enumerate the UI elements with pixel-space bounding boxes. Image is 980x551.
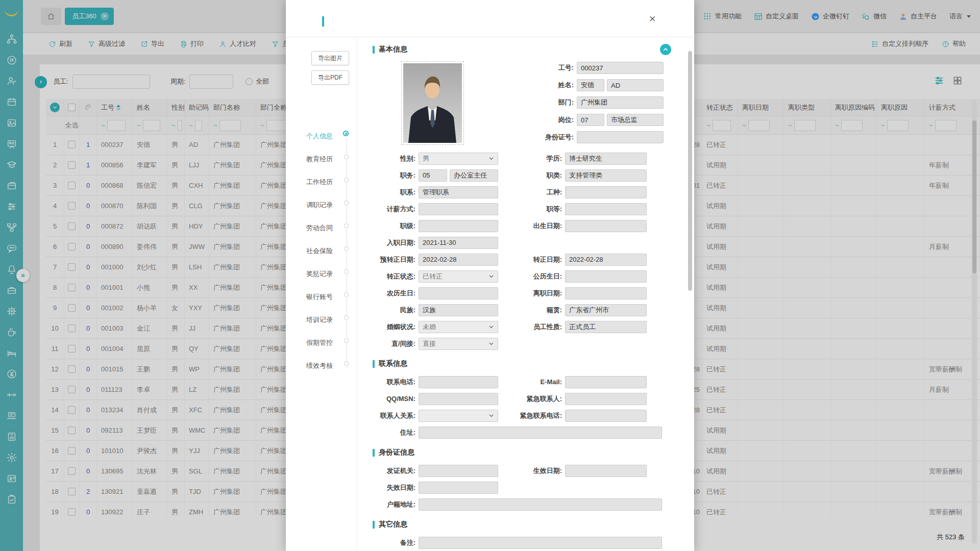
modal-nav-label: 个人信息	[306, 132, 333, 141]
form-row: 部门:广州集团	[482, 94, 664, 111]
field-input[interactable]	[419, 537, 662, 549]
field-label: 失效日期:	[373, 483, 419, 492]
field-input-pair: 安德AD	[577, 79, 664, 91]
section-marker	[373, 46, 375, 54]
nav-dot-icon	[344, 361, 349, 366]
modal-nav-调职记录[interactable]: 调职记录	[286, 197, 357, 220]
modal-nav-奖惩记录[interactable]: 奖惩记录	[286, 266, 357, 289]
field-label: 职系:	[373, 188, 419, 197]
field-input[interactable]	[565, 376, 647, 388]
modal-nav-社会保险[interactable]: 社会保险	[286, 243, 357, 266]
field-input[interactable]	[565, 270, 647, 283]
field-input[interactable]: 管理职系	[419, 186, 498, 198]
form-row: 工号:000237	[482, 59, 664, 77]
modal-nav-label: 绩效考核	[306, 361, 333, 370]
modal-nav-培训记录[interactable]: 培训记录	[286, 312, 357, 335]
field-input[interactable]: 博士研究生	[565, 153, 647, 165]
field-label: 生效日期:	[498, 466, 565, 475]
modal-nav-绩效考核[interactable]: 绩效考核	[286, 358, 357, 381]
modal-nav-假期管控[interactable]: 假期管控	[286, 335, 357, 358]
field-label: 转正日期:	[498, 255, 565, 264]
field-input[interactable]	[565, 393, 647, 405]
field-input[interactable]	[419, 393, 498, 405]
field-input[interactable]: 07	[577, 114, 604, 126]
field-select[interactable]: 未婚	[419, 321, 498, 333]
field-input[interactable]	[419, 465, 498, 477]
field-input[interactable]: 汉族	[419, 304, 498, 316]
field-input[interactable]	[565, 203, 647, 215]
form-row: 婚姻状况:未婚员工性质:正式员工	[373, 318, 671, 335]
field-input[interactable]	[419, 203, 498, 215]
field-input[interactable]: 广东省广州市	[565, 304, 647, 316]
field-input[interactable]	[565, 220, 647, 232]
field-input[interactable]	[565, 465, 647, 477]
field-input[interactable]: 2022-02-28	[419, 254, 498, 266]
modal-nav-劳动合同[interactable]: 劳动合同	[286, 220, 357, 243]
chevron-down-icon	[488, 324, 494, 330]
field-input[interactable]	[419, 427, 662, 439]
field-label: 直/间接:	[373, 339, 419, 348]
field-input[interactable]: 市场总监	[607, 114, 664, 126]
modal-nav-个人信息[interactable]: 个人信息	[286, 128, 357, 151]
modal-scrollbar-thumb[interactable]	[688, 51, 692, 291]
field-label: 计薪方式:	[373, 205, 419, 214]
field-input[interactable]: 安德	[577, 79, 604, 91]
field-label: 婚姻状况:	[373, 322, 419, 332]
section-basic-title: 基本信息	[379, 45, 407, 54]
collapse-section-button[interactable]	[660, 44, 671, 55]
field-input[interactable]: 000237	[577, 62, 664, 74]
field-input[interactable]	[565, 410, 647, 422]
modal-close-icon[interactable]: ✕	[646, 13, 658, 26]
field-label: 学历:	[498, 154, 565, 163]
field-input[interactable]	[419, 287, 498, 299]
field-input[interactable]	[577, 131, 664, 143]
field-input[interactable]	[565, 287, 647, 299]
modal-nav-label: 假期管控	[306, 338, 333, 347]
field-select[interactable]: 男	[419, 153, 498, 165]
employee-photo[interactable]	[401, 61, 464, 145]
modal-nav-工作经历[interactable]: 工作经历	[286, 174, 357, 197]
modal-nav-教育经历[interactable]: 教育经历	[286, 151, 357, 174]
form-row: 性别:男学历:博士研究生	[373, 150, 671, 167]
field-input[interactable]	[419, 498, 662, 511]
nav-dot-icon	[344, 246, 349, 251]
chevron-down-icon	[488, 273, 494, 279]
field-input[interactable]	[419, 376, 498, 388]
chevron-down-icon	[488, 341, 494, 346]
form-row: 失效日期:	[373, 479, 671, 496]
form-row: 姓名:安德AD	[482, 77, 664, 94]
form-row: 农历生日:离职日期:	[373, 285, 671, 302]
field-input[interactable]: 支持管理类	[565, 169, 647, 182]
export-image-button[interactable]: 导出图片	[311, 51, 349, 65]
field-input[interactable]: 正式员工	[565, 321, 647, 333]
field-input[interactable]: AD	[607, 79, 664, 91]
field-input[interactable]	[419, 220, 498, 232]
field-select[interactable]	[419, 410, 498, 422]
field-input[interactable]: 2021-11-30	[419, 237, 498, 249]
export-pdf-button[interactable]: 导出PDF	[311, 70, 349, 85]
form-row: 发证机关:生效日期:	[373, 462, 671, 479]
section-marker	[373, 360, 375, 368]
field-input[interactable]: 2022-02-28	[565, 254, 647, 266]
form-row: 户籍地址:	[373, 496, 671, 513]
field-input[interactable]: 广州集团	[577, 96, 664, 109]
field-label: 岗位:	[558, 115, 577, 124]
modal-nav: 个人信息教育经历工作经历调职记录劳动合同社会保险奖惩记录银行账号培训记录假期管控…	[286, 128, 357, 381]
nav-dot-icon	[344, 292, 349, 297]
field-select[interactable]: 直接	[419, 338, 498, 350]
modal-nav-银行账号[interactable]: 银行账号	[286, 289, 357, 312]
modal-title-marker	[322, 16, 324, 27]
field-select[interactable]: 已转正	[419, 270, 498, 283]
field-input[interactable]: 05	[419, 169, 447, 182]
chevron-down-icon	[488, 156, 494, 161]
modal-scrollbar[interactable]	[688, 41, 693, 546]
field-label: 民族:	[373, 306, 419, 315]
field-label: 工号:	[558, 63, 577, 72]
chevron-up-icon	[663, 46, 669, 53]
field-input[interactable]	[419, 482, 498, 494]
field-label: 备注:	[373, 538, 419, 547]
field-input[interactable]	[565, 186, 647, 198]
form-row: 职系:管理职系工种:	[373, 184, 671, 201]
field-input[interactable]: 办公室主任	[450, 169, 498, 182]
modal-nav-label: 劳动合同	[306, 223, 333, 233]
